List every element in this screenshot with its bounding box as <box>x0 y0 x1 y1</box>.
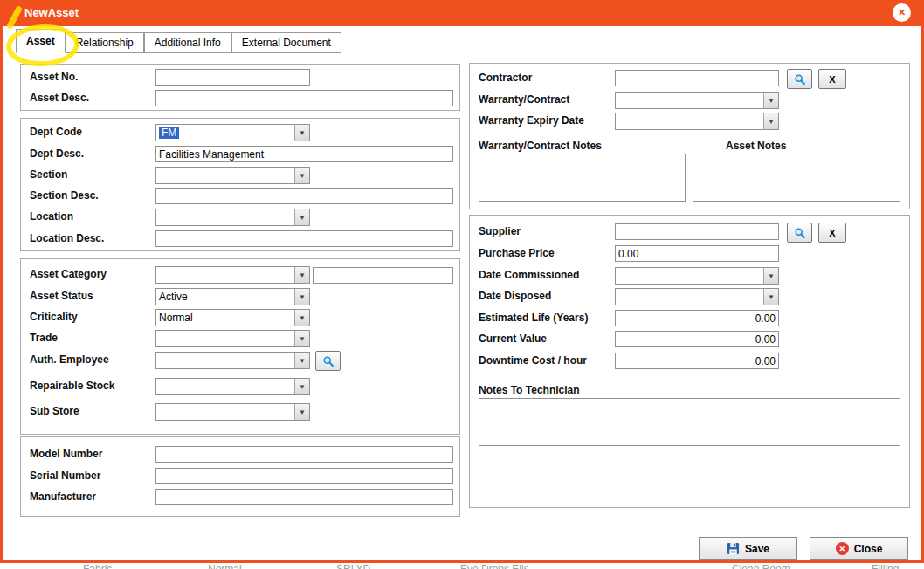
chevron-down-icon: ▼ <box>294 310 309 326</box>
dept-desc-label: Dept Desc. <box>30 147 84 160</box>
section-label: Section <box>30 168 67 181</box>
section-desc-label: Section Desc. <box>30 189 99 202</box>
contractor-search-button[interactable] <box>787 69 812 89</box>
chevron-down-icon: ▼ <box>294 379 309 394</box>
save-button[interactable]: Save <box>699 537 797 560</box>
supplier-search-button[interactable] <box>787 223 812 243</box>
model-number-label: Model Number <box>30 448 102 460</box>
sub-store-label: Sub Store <box>30 405 79 417</box>
model-number-input[interactable] <box>155 446 453 463</box>
auth-employee-select[interactable]: ▼ <box>155 352 310 369</box>
tab-relationship[interactable]: Relationship <box>66 32 144 53</box>
date-commissioned-label: Date Commissioned <box>479 269 579 281</box>
close-button[interactable]: ✕ Close <box>810 537 908 560</box>
asset-desc-input[interactable] <box>155 90 453 106</box>
notes-to-technician-textarea[interactable] <box>479 398 900 446</box>
background-text: Fabric <box>83 563 112 569</box>
estimated-life-input[interactable] <box>615 310 779 326</box>
trade-select[interactable]: ▼ <box>155 330 310 347</box>
close-icon: ✕ <box>898 7 906 18</box>
warranty-contract-label: Warranty/Contract <box>479 93 569 106</box>
current-value-input[interactable] <box>615 331 779 347</box>
window-title: NewAsset <box>24 6 79 19</box>
estimated-life-label: Estimated Life (Years) <box>479 312 588 324</box>
asset-no-label: Asset No. <box>30 71 78 83</box>
manufacturer-input[interactable] <box>155 489 453 505</box>
tab-asset[interactable]: Asset <box>16 29 66 53</box>
purchase-price-label: Purchase Price <box>479 247 555 259</box>
titlebar: NewAsset ✕ <box>0 0 924 26</box>
search-icon <box>322 355 334 367</box>
dept-code-select[interactable]: FM ▼ <box>155 124 310 141</box>
asset-desc-label: Asset Desc. <box>30 92 89 104</box>
background-text: Clean Room <box>732 563 790 569</box>
chevron-down-icon: ▼ <box>294 168 309 183</box>
supplier-group: Supplier X Purchase Price Date Commissio… <box>469 215 910 508</box>
warranty-expiry-select[interactable]: ▼ <box>615 113 779 130</box>
chevron-down-icon: ▼ <box>294 331 309 346</box>
close-button-label: Close <box>854 543 883 555</box>
department-group: Dept Code FM ▼ Dept Desc. Section ▼ Sect… <box>20 118 460 251</box>
repairable-stock-select[interactable]: ▼ <box>155 378 310 395</box>
dept-code-label: Dept Code <box>30 126 82 138</box>
section-select[interactable]: ▼ <box>155 167 310 184</box>
dept-desc-input[interactable] <box>155 146 453 162</box>
asset-id-group: Asset No. Asset Desc. <box>20 64 460 111</box>
chevron-down-icon: ▼ <box>294 289 309 305</box>
dept-code-value: FM <box>159 127 179 139</box>
close-circle-icon: ✕ <box>836 542 849 555</box>
sub-store-select[interactable]: ▼ <box>155 403 310 421</box>
asset-status-label: Asset Status <box>30 290 93 302</box>
warranty-notes-textarea[interactable] <box>479 154 686 202</box>
asset-no-input[interactable] <box>155 69 310 86</box>
purchase-price-input[interactable] <box>615 245 779 262</box>
chevron-down-icon: ▼ <box>763 289 778 305</box>
chevron-down-icon: ▼ <box>294 267 309 283</box>
save-button-label: Save <box>745 543 769 555</box>
warranty-contract-select[interactable]: ▼ <box>615 92 779 109</box>
asset-category-extra-input[interactable] <box>313 267 453 284</box>
tab-additional-info[interactable]: Additional Info <box>144 32 231 53</box>
date-disposed-select[interactable]: ▼ <box>615 288 779 305</box>
save-icon <box>727 542 740 555</box>
location-desc-label: Location Desc. <box>30 232 104 244</box>
new-asset-window: NewAsset ✕ Asset Relationship Additional… <box>0 0 924 569</box>
location-desc-input[interactable] <box>155 230 453 247</box>
tab-external-document[interactable]: External Document <box>231 32 341 53</box>
serial-number-input[interactable] <box>155 468 453 484</box>
asset-category-select[interactable]: ▼ <box>155 266 310 284</box>
chevron-down-icon: ▼ <box>294 125 309 141</box>
downtime-cost-label: Downtime Cost / hour <box>479 354 587 367</box>
background-window-strip: Fabric Normal SRLYD Eye Drops Elis Clean… <box>0 563 924 569</box>
downtime-cost-input[interactable] <box>615 353 779 369</box>
supplier-clear-button[interactable]: X <box>818 223 846 243</box>
criticality-select[interactable]: Normal ▼ <box>155 309 310 326</box>
chevron-down-icon: ▼ <box>294 209 309 225</box>
contractor-label: Contractor <box>479 72 532 84</box>
contractor-input[interactable] <box>615 70 779 86</box>
warranty-notes-label: Warranty/Contract Notes <box>479 140 602 152</box>
contractor-clear-button[interactable]: X <box>818 69 846 89</box>
auth-employee-label: Auth. Employee <box>30 353 109 366</box>
asset-status-select[interactable]: Active ▼ <box>155 288 310 305</box>
repairable-stock-label: Repairable Stock <box>30 380 114 392</box>
trade-label: Trade <box>30 332 58 344</box>
section-desc-input[interactable] <box>155 188 453 204</box>
supplier-input[interactable] <box>615 223 779 240</box>
date-commissioned-select[interactable]: ▼ <box>615 267 779 284</box>
background-text: SRLYD <box>336 563 370 569</box>
chevron-down-icon: ▼ <box>294 353 309 368</box>
chevron-down-icon: ▼ <box>763 93 778 108</box>
contractor-group: Contractor X Warranty/Contract ▼ Warrant… <box>469 63 910 209</box>
tab-strip: Asset Relationship Additional Info Exter… <box>16 29 341 53</box>
auth-employee-search-button[interactable] <box>315 351 341 371</box>
date-disposed-label: Date Disposed <box>479 290 551 302</box>
chevron-down-icon: ▼ <box>763 268 778 284</box>
criticality-label: Criticality <box>30 311 78 323</box>
asset-notes-textarea[interactable] <box>693 154 900 202</box>
search-icon <box>794 73 806 86</box>
location-label: Location <box>30 210 73 223</box>
location-select[interactable]: ▼ <box>155 209 310 226</box>
window-close-button[interactable]: ✕ <box>893 3 911 22</box>
warranty-expiry-label: Warranty Expiry Date <box>479 114 584 127</box>
